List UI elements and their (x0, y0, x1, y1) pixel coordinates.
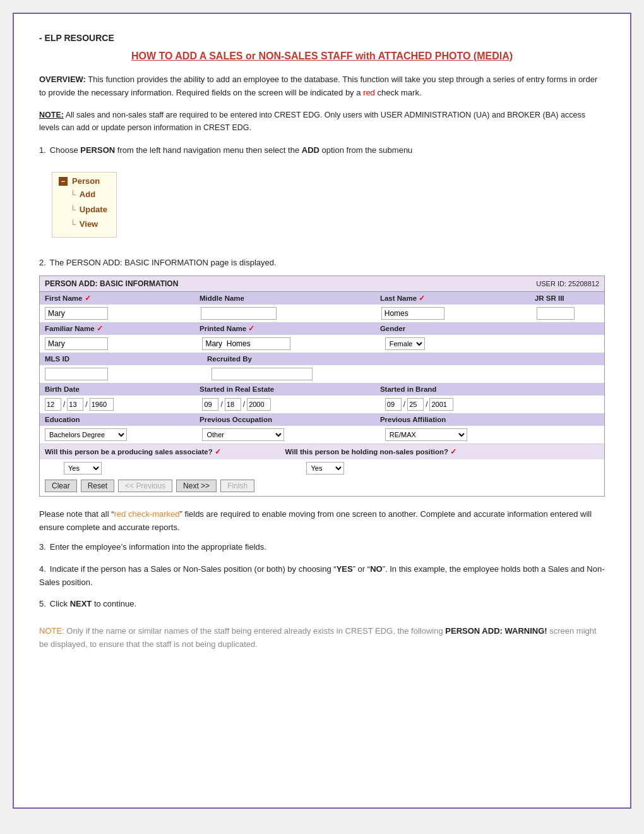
row4-header: Birth Date Started in Real Estate Starte… (40, 383, 604, 396)
last-name-header: Last Name ✓ (380, 294, 425, 302)
producing-select[interactable]: Yes No (64, 462, 102, 474)
started-brand-dd[interactable] (407, 398, 424, 411)
nav-add-item[interactable]: └ Add (59, 187, 107, 202)
redcheck-note1: Please note that all “ (39, 509, 114, 519)
birth-date-mm[interactable] (45, 398, 61, 411)
step1: 1.Choose PERSON from the left hand navig… (39, 144, 605, 157)
jr-sr-header: JR SR III (535, 294, 564, 302)
nav-view-item[interactable]: └ View (59, 217, 107, 231)
prev-button[interactable]: << Previous (118, 480, 172, 492)
step4-text2: ” or “ (353, 564, 370, 574)
middle-name-header: Middle Name (200, 294, 244, 302)
row2-header: Familiar Name ✓ Printed Name ✓ Gender (40, 322, 604, 335)
education-header: Education (45, 416, 80, 423)
step5: 5.Click NEXT to continue. (39, 598, 605, 611)
mls-id-header: MLS ID (45, 355, 69, 363)
step2: 2.The PERSON ADD: BASIC INFORMATION page… (39, 257, 605, 270)
familiar-name-header: Familiar Name ✓ (45, 325, 103, 332)
nav-menu-box: − Person └ Add └ Update └ View (52, 172, 117, 237)
finish-button[interactable]: Finish (220, 480, 254, 492)
clear-button[interactable]: Clear (45, 480, 77, 492)
step1-text: Choose (50, 145, 80, 155)
step3: 3.Enter the employee’s information into … (39, 541, 605, 554)
minus-icon: − (59, 177, 68, 186)
bottom-note-bold: PERSON ADD: WARNING! (445, 626, 547, 636)
prev-aff-header: Previous Affiliation (380, 416, 446, 423)
jr-sr-input[interactable] (537, 307, 575, 320)
nav-person-item: − Person (59, 176, 107, 186)
form-title: PERSON ADD: BASIC INFORMATION (45, 279, 178, 288)
row5-inputs: Bachelors Degree High School Some Colleg… (40, 426, 604, 444)
redcheck-red: red check-marked (114, 509, 180, 519)
started-brand-header: Started in Brand (380, 385, 436, 393)
first-name-header: First Name ✓ (45, 294, 91, 302)
note-block: NOTE: All sales and non-sales staff are … (39, 109, 605, 134)
recruited-by-input[interactable] (212, 368, 313, 380)
printed-name-header: Printed Name ✓ (200, 325, 254, 332)
started-re-mm[interactable] (202, 398, 218, 411)
nav-view-link[interactable]: View (80, 219, 98, 229)
birth-date-header: Birth Date (45, 385, 80, 393)
middle-name-input[interactable] (201, 307, 277, 320)
producing-inputs: Yes No Yes No (40, 459, 604, 477)
row1-header: First Name ✓ Middle Name Last Name ✓ JR … (40, 292, 604, 305)
started-brand-group: / / (385, 398, 599, 411)
main-title: HOW TO ADD A SALES or NON-SALES STAFF wi… (39, 51, 605, 62)
mls-id-input[interactable] (45, 368, 108, 380)
started-re-dd[interactable] (225, 398, 241, 411)
started-re-header: Started in Real Estate (200, 385, 274, 393)
bottom-note-text: Only if the name or similar names of the… (64, 626, 446, 636)
overview-block: OVERVIEW: This function provides the abi… (39, 73, 605, 100)
overview-text2: check mark. (375, 88, 422, 97)
user-id: USER ID: 25208812 (536, 280, 599, 287)
note-text: All sales and non-sales staff are requir… (39, 111, 585, 132)
redcheck-note: Please note that all “red check-marked” … (39, 508, 605, 535)
row2-inputs: Female Male (40, 335, 604, 353)
birth-date-yyyy[interactable] (90, 398, 114, 411)
row3-header: MLS ID Recruited By (40, 353, 604, 365)
prev-aff-select[interactable]: RE/MAX Century 21 Keller Williams None (385, 428, 467, 441)
next-button[interactable]: Next >> (176, 480, 217, 492)
overview-red: red (363, 88, 375, 97)
started-re-yyyy[interactable] (247, 398, 271, 411)
step1-text3: option from the submenu (319, 145, 412, 155)
non-sales-select[interactable]: Yes No (306, 462, 344, 474)
started-re-group: / / (202, 398, 378, 411)
gender-header: Gender (380, 325, 405, 332)
step2-text: The PERSON ADD: BASIC INFORMATION page i… (50, 258, 277, 267)
note-label: NOTE: (39, 111, 64, 119)
producing-header: Will this person be a producing sales as… (40, 444, 604, 459)
started-brand-yyyy[interactable] (429, 398, 453, 411)
row5-header: Education Previous Occupation Previous A… (40, 413, 604, 426)
person-add-form: PERSON ADD: BASIC INFORMATION USER ID: 2… (39, 275, 605, 497)
step1-text2: from the left hand navigation menu then … (115, 145, 302, 155)
familiar-name-input[interactable] (45, 337, 108, 350)
nav-update-item[interactable]: └ Update (59, 202, 107, 217)
started-brand-mm[interactable] (385, 398, 402, 411)
step5-text2: to continue. (92, 599, 136, 608)
first-name-input[interactable] (45, 307, 108, 320)
last-name-input[interactable] (381, 307, 444, 320)
step5-bold: NEXT (70, 599, 92, 608)
step1-bold2: ADD (302, 145, 319, 155)
page-container: - ELP RESOURCE HOW TO ADD A SALES or NON… (13, 13, 631, 809)
birth-date-dd[interactable] (67, 398, 83, 411)
printed-name-input[interactable] (202, 337, 290, 350)
form-header: PERSON ADD: BASIC INFORMATION USER ID: 2… (40, 276, 604, 292)
overview-text: This function provides the ability to ad… (39, 75, 597, 97)
step4-no: NO (370, 564, 383, 574)
step4-text: Indicate if the person has a Sales or No… (50, 564, 337, 574)
step3-text: Enter the employee’s information into th… (50, 542, 266, 552)
nav-update-link[interactable]: Update (80, 205, 107, 214)
row4-inputs: / / / / / (40, 396, 604, 413)
step1-bold: PERSON (80, 145, 115, 155)
nav-person-label[interactable]: Person (72, 176, 100, 186)
gender-select[interactable]: Female Male (385, 337, 425, 350)
row3-inputs (40, 365, 604, 383)
reset-button[interactable]: Reset (81, 480, 114, 492)
row1-inputs (40, 305, 604, 322)
overview-label: OVERVIEW: (39, 75, 86, 84)
prev-occ-select[interactable]: Other Sales Management (202, 428, 284, 441)
nav-add-link[interactable]: Add (80, 190, 95, 199)
education-select[interactable]: Bachelors Degree High School Some Colleg… (45, 428, 127, 441)
